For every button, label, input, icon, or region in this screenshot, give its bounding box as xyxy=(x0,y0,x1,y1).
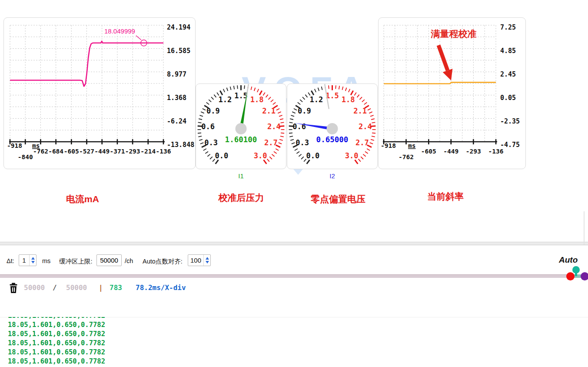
chart-canvas-current[interactable]: -918ms-840-762-684-605-527-449-371-293-2… xyxy=(4,18,195,169)
log-line: 18.05,1.601,0.650,0.7782 xyxy=(8,339,588,348)
gauge-channel-label-i1: I1 xyxy=(196,172,286,180)
slider-handle-purple[interactable] xyxy=(581,272,588,280)
buffer-total-count: 50000 xyxy=(66,284,87,292)
slider-handle-teal[interactable] xyxy=(572,266,580,274)
svg-text:-684: -684 xyxy=(48,148,63,155)
svg-text:3.0: 3.0 xyxy=(254,151,267,160)
svg-text:7.25: 7.25 xyxy=(500,23,516,31)
svg-text:-449: -449 xyxy=(443,148,458,155)
svg-text:-605: -605 xyxy=(64,148,79,155)
chart-annotation-fullscale-calibration: 满量程校准 xyxy=(425,28,482,40)
gauge-channel-label-i2: I2 xyxy=(287,172,378,180)
widget-title-slope: 当前斜率 xyxy=(406,190,485,203)
svg-text:3.0: 3.0 xyxy=(345,151,359,160)
svg-text:-527: -527 xyxy=(79,148,94,155)
serial-data-log[interactable]: 18.05,1.601,0.650,0.7782 18.05,1.601,0.6… xyxy=(0,317,588,367)
svg-text:0.65000: 0.65000 xyxy=(316,135,349,144)
svg-text:1.2: 1.2 xyxy=(310,95,323,104)
svg-text:0.6: 0.6 xyxy=(201,122,215,131)
chart-panel-slope[interactable]: -918ms-762-605-449-293-1367.254.852.450.… xyxy=(378,17,526,169)
svg-text:-605: -605 xyxy=(421,148,436,155)
svg-text:0.0: 0.0 xyxy=(306,151,319,160)
stepper-up-icon[interactable] xyxy=(206,257,209,260)
auto-align-label: Auto点数对齐: xyxy=(143,257,183,266)
svg-text:2.1: 2.1 xyxy=(262,107,276,115)
svg-text:0.9: 0.9 xyxy=(298,107,311,115)
panel-edge-line xyxy=(584,211,585,245)
log-line: 18.05,1.601,0.650,0.7782 xyxy=(8,348,588,357)
svg-text:1.368: 1.368 xyxy=(167,94,186,102)
gauge-canvas-pressure[interactable]: 0.00.30.60.91.21.51.82.12.42.73.01.60100 xyxy=(196,84,286,169)
svg-text:0.6: 0.6 xyxy=(292,122,306,131)
svg-text:ms: ms xyxy=(408,142,415,149)
svg-text:-918: -918 xyxy=(381,142,396,149)
svg-text:-4.75: -4.75 xyxy=(500,141,520,149)
buffer-limit-value[interactable] xyxy=(97,255,121,266)
auto-align-arrows[interactable] xyxy=(203,255,210,266)
points-per-div: 783 xyxy=(110,284,122,292)
log-line: 18.05,1.601,0.650,0.7782 xyxy=(8,330,588,339)
gauge-panel-offset[interactable]: 0.00.30.60.91.21.51.82.12.42.73.00.65000 xyxy=(287,83,378,169)
dt-stepper-arrows[interactable] xyxy=(29,255,36,266)
svg-text:2.45: 2.45 xyxy=(500,70,516,78)
svg-text:-762: -762 xyxy=(399,153,414,160)
widget-title-current: 电流mA xyxy=(43,193,122,205)
svg-text:0.0: 0.0 xyxy=(215,151,228,160)
svg-text:2.7: 2.7 xyxy=(355,138,369,147)
svg-text:-13.848: -13.848 xyxy=(167,141,194,149)
svg-text:1.8: 1.8 xyxy=(250,95,264,104)
svg-text:-2.35: -2.35 xyxy=(500,117,520,125)
stepper-up-icon[interactable] xyxy=(31,257,35,260)
svg-text:0.3: 0.3 xyxy=(204,138,218,147)
svg-text:0.05: 0.05 xyxy=(500,94,516,102)
svg-text:2.7: 2.7 xyxy=(264,138,278,147)
log-line: 18.05,1.601,0.650,0.7782 xyxy=(8,320,588,330)
auto-align-stepper[interactable]: 100 xyxy=(188,254,211,266)
svg-text:0.9: 0.9 xyxy=(206,107,220,115)
svg-text:-918: -918 xyxy=(7,142,22,149)
timeline-slider-track[interactable] xyxy=(0,274,588,278)
svg-text:24.194: 24.194 xyxy=(167,23,190,31)
buffer-limit-label: 缓冲区上限: xyxy=(59,257,93,266)
time-per-xdiv: 78.2ms/X-div xyxy=(136,284,186,292)
dt-unit-label: ms xyxy=(42,257,50,264)
slider-handle-red[interactable] xyxy=(566,272,575,280)
svg-text:-449: -449 xyxy=(94,148,110,155)
log-line: 18.05,1.601,0.650,0.7782 xyxy=(8,317,588,320)
status-separator: | xyxy=(99,284,103,292)
section-divider xyxy=(0,242,588,245)
chart-panel-current[interactable]: -918ms-840-762-684-605-527-449-371-293-2… xyxy=(3,17,196,169)
auto-mode-label[interactable]: Auto xyxy=(559,255,578,265)
dt-value[interactable]: 1 xyxy=(19,255,29,266)
status-slash: / xyxy=(53,284,57,292)
buffer-unit-label: /ch xyxy=(125,257,133,264)
svg-text:-6.24: -6.24 xyxy=(167,117,186,125)
svg-text:0.3: 0.3 xyxy=(296,138,309,147)
buffer-used-count: 50000 xyxy=(24,284,45,292)
svg-text:1.2: 1.2 xyxy=(219,95,232,104)
chart-canvas-slope[interactable]: -918ms-762-605-449-293-1367.254.852.450.… xyxy=(379,18,525,169)
gauge-panel-pressure[interactable]: 0.00.30.60.91.21.51.82.12.42.73.01.60100 xyxy=(196,83,286,169)
svg-text:16.585: 16.585 xyxy=(167,47,190,55)
trash-icon[interactable] xyxy=(9,283,18,294)
svg-text:2.4: 2.4 xyxy=(359,122,372,131)
widget-title-offset: 零点偏置电压 xyxy=(287,193,389,205)
gauge-canvas-offset[interactable]: 0.00.30.60.91.21.51.82.12.42.73.00.65000 xyxy=(287,84,377,169)
svg-text:-293: -293 xyxy=(125,148,140,155)
svg-text:1.8: 1.8 xyxy=(342,95,355,104)
stepper-down-icon[interactable] xyxy=(206,261,209,264)
svg-text:-136: -136 xyxy=(156,148,171,155)
svg-text:2.4: 2.4 xyxy=(267,122,281,131)
widget-title-pressure: 校准后压力 xyxy=(196,192,286,204)
auto-align-value[interactable]: 100 xyxy=(188,255,203,266)
buffer-limit-input[interactable] xyxy=(96,254,122,266)
dt-label: Δt: xyxy=(7,257,14,264)
svg-text:8.977: 8.977 xyxy=(167,70,186,78)
svg-text:-762: -762 xyxy=(33,148,48,155)
stepper-down-icon[interactable] xyxy=(31,261,35,264)
svg-text:-840: -840 xyxy=(18,153,33,160)
svg-text:-371: -371 xyxy=(110,148,125,155)
dt-stepper[interactable]: 1 xyxy=(19,254,37,266)
console-toolbar: Abc Rx Tx UTF-8 xyxy=(0,300,588,317)
chart-annotation-current-value: 18.049999 xyxy=(104,27,135,35)
